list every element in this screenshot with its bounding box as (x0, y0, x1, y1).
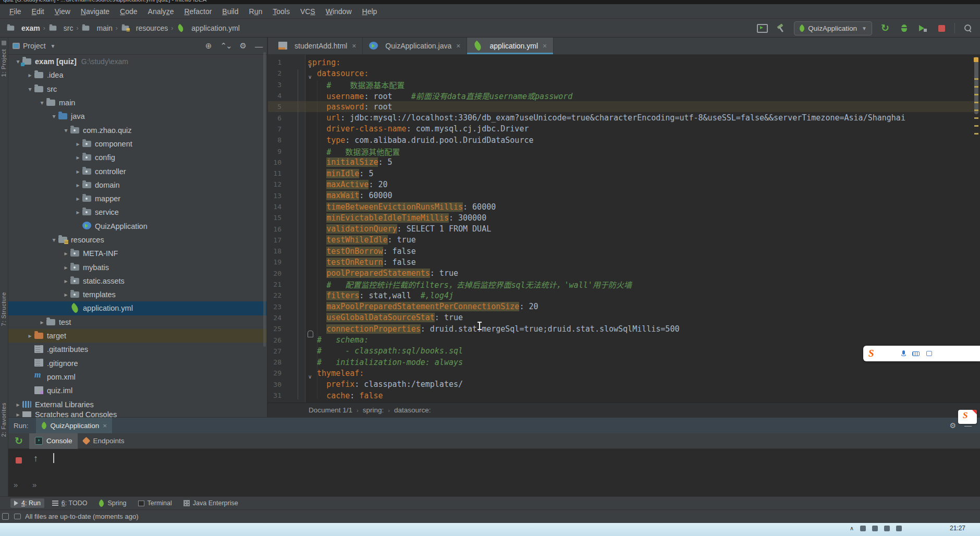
tree-item-pom.xml[interactable]: pom.xml (8, 370, 267, 384)
menu-refactor[interactable]: Refactor (179, 4, 217, 19)
chevron-down-icon[interactable]: ▾ (26, 86, 34, 93)
ime-mic-icon[interactable] (901, 350, 905, 357)
editor-tab-studentAdd.html[interactable]: studentAdd.html× (272, 38, 363, 54)
run-configuration-select[interactable]: QuizApplication ▼ (794, 21, 872, 35)
tree-item-static.assets[interactable]: ▸static.assets (8, 274, 267, 288)
chevron-right-icon[interactable]: ▸ (14, 411, 22, 417)
chevron-right-icon[interactable]: » (14, 480, 18, 489)
chevron-right-icon[interactable]: ▸ (74, 154, 82, 161)
tree-item-mapper[interactable]: ▸mapper (8, 192, 267, 205)
console-output[interactable]: ↑ » » (8, 449, 980, 496)
rerun-button[interactable]: ↻ (879, 22, 891, 34)
search-everywhere-icon[interactable] (962, 22, 974, 34)
warning-stripe-mark[interactable] (974, 125, 978, 127)
hide-panel-icon[interactable]: — (255, 42, 263, 51)
sogou-logo-icon[interactable]: S (868, 348, 874, 359)
menu-window[interactable]: Window (321, 4, 357, 19)
document-breadcrumb-item[interactable]: Document 1/1 (309, 406, 352, 414)
tray-icon[interactable] (884, 526, 890, 531)
tree-item-External-Libraries[interactable]: ▸External Libraries (8, 397, 267, 411)
menu-edit[interactable]: Edit (27, 4, 50, 19)
warning-stripe-mark[interactable] (974, 78, 978, 80)
ime-mini-icon[interactable]: S (958, 410, 977, 424)
menu-tools[interactable]: Tools (267, 4, 295, 19)
tree-item-templates[interactable]: ▸templates (8, 288, 267, 301)
warning-stripe-mark[interactable] (974, 109, 978, 111)
tree-item-.gitignore[interactable]: .gitignore (8, 357, 267, 370)
chevron-down-icon[interactable]: ▾ (50, 113, 58, 120)
warning-stripe-mark[interactable] (974, 102, 978, 103)
tree-item-QuizApplication[interactable]: QuizApplication (8, 220, 267, 233)
tool-stripe-project[interactable]: 1: Project (1, 49, 7, 77)
chevron-right-icon[interactable]: ▸ (62, 291, 70, 298)
menu-vcs[interactable]: VCS (295, 4, 321, 19)
tree-item-Scratches-and-Consoles[interactable]: ▸Scratches and Consoles (8, 411, 267, 417)
chevron-right-icon[interactable]: ▸ (62, 277, 70, 285)
breadcrumb-item-src[interactable]: src (47, 24, 75, 32)
ime-toolbox-icon[interactable] (926, 351, 932, 356)
menu-navigate[interactable]: Navigate (76, 4, 115, 19)
tool-window-toggle-icon[interactable] (2, 513, 9, 520)
chevron-right-icon[interactable]: » (32, 480, 36, 489)
settings-gear-icon[interactable]: ⚙ (240, 41, 247, 51)
chevron-right-icon[interactable]: ▸ (62, 264, 70, 271)
run-config-tab[interactable]: QuizApplication × (36, 418, 113, 433)
stop-icon[interactable] (16, 457, 22, 464)
tree-item-main[interactable]: ▾main (8, 96, 267, 109)
menu-code[interactable]: Code (115, 4, 142, 19)
debug-button[interactable] (898, 22, 910, 34)
project-scrollbar[interactable] (263, 52, 266, 347)
tree-item-controller[interactable]: ▸controller (8, 164, 267, 178)
tree-item-.gitattributes[interactable]: .gitattributes (8, 343, 267, 356)
build-hammer-icon[interactable] (775, 22, 787, 34)
chevron-right-icon[interactable]: ▸ (14, 401, 22, 408)
breadcrumb-item-application.yml[interactable]: application.yml (175, 24, 241, 32)
tree-item-domain[interactable]: ▸domain (8, 178, 267, 192)
tree-item-src[interactable]: ▾src (8, 82, 267, 96)
tree-item-quiz.iml[interactable]: quiz.iml (8, 384, 267, 397)
editor-tab-QuizApplication.java[interactable]: QuizApplication.java× (363, 38, 467, 54)
chevron-right-icon[interactable]: ▸ (38, 319, 46, 326)
menu-run[interactable]: Run (244, 4, 268, 19)
toolwindow-terminal[interactable]: Terminal (134, 498, 176, 508)
collapse-all-icon[interactable]: ⌃⌄ (220, 41, 231, 51)
chevron-down-icon[interactable]: ▾ (50, 236, 58, 243)
tree-item-component[interactable]: ▸component (8, 137, 267, 151)
menu-view[interactable]: View (50, 4, 76, 19)
close-icon[interactable]: × (352, 42, 356, 50)
toolwindow-java-enterprise[interactable]: Java Enterprise (180, 498, 242, 508)
toolwindow-spring[interactable]: Spring (95, 498, 130, 508)
tree-item-java[interactable]: ▾java (8, 109, 267, 123)
inspection-status-icon[interactable] (974, 57, 978, 62)
run-tab-console[interactable]: ›Console (29, 433, 78, 449)
chevron-right-icon[interactable]: ▸ (74, 140, 82, 148)
menu-help[interactable]: Help (357, 4, 383, 19)
rerun-icon[interactable]: ↻ (15, 436, 23, 446)
toolwindow-6-todo[interactable]: 6: TODO (48, 498, 91, 508)
chevron-right-icon[interactable]: ▸ (74, 209, 82, 216)
breadcrumb-item-main[interactable]: main (80, 24, 113, 32)
tray-icon[interactable] (872, 526, 878, 531)
menu-build[interactable]: Build (217, 4, 243, 19)
ime-keyboard-icon[interactable] (912, 351, 920, 356)
toolwindow-4-run[interactable]: 4: Run (10, 498, 44, 508)
tree-item-service[interactable]: ▸service (8, 205, 267, 219)
tool-stripe-favorites[interactable]: 2: Favorites (1, 403, 7, 437)
tree-item-application.yml[interactable]: application.yml (8, 301, 267, 315)
run-tab-endpoints[interactable]: Endpoints (78, 433, 130, 449)
close-icon[interactable]: × (456, 42, 460, 50)
close-icon[interactable]: × (103, 422, 107, 430)
breadcrumb-item-exam[interactable]: exam (5, 24, 41, 32)
tree-item-resources[interactable]: ▾resources (8, 233, 267, 247)
chevron-right-icon[interactable]: ▸ (74, 195, 82, 202)
chevron-right-icon[interactable]: ▸ (74, 181, 82, 189)
preview-icon[interactable] (756, 22, 768, 34)
editor-tab-application.yml[interactable]: application.yml× (467, 38, 554, 54)
warning-stripe-mark[interactable] (974, 86, 978, 88)
document-breadcrumb-item[interactable]: spring: (363, 406, 384, 414)
run-coverage-button[interactable] (917, 22, 928, 34)
menu-file[interactable]: File (4, 4, 27, 19)
tree-item-.idea[interactable]: ▸.idea (8, 68, 267, 82)
tray-chevron-icon[interactable]: ∧ (850, 525, 854, 532)
tree-item-target[interactable]: ▸target (8, 329, 267, 343)
